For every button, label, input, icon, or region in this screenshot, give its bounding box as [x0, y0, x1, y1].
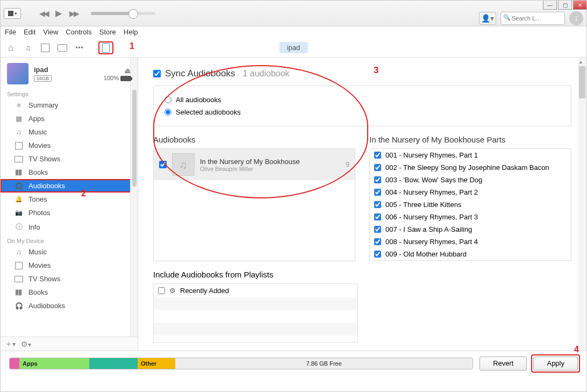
- sidebar-item-apps[interactable]: Apps: [1, 112, 138, 125]
- sidebar-section-settings: Settings: [1, 88, 138, 98]
- part-checkbox[interactable]: [374, 201, 381, 208]
- info-icon: [15, 222, 23, 232]
- menu-view[interactable]: View: [43, 28, 58, 36]
- sidebar-item-tv-shows[interactable]: TV Shows: [1, 152, 138, 166]
- library-music-icon[interactable]: [23, 43, 33, 53]
- menu-help[interactable]: Help: [124, 28, 138, 36]
- part-row[interactable]: 001 - Nursery Rhymes, Part 1: [370, 149, 571, 161]
- home-icon[interactable]: [6, 43, 16, 53]
- sidebar-item-tones[interactable]: Tones: [1, 193, 138, 206]
- sync-options: All audiobooks Selected audiobooks: [153, 85, 571, 126]
- sidebar-scrollbar[interactable]: [130, 58, 138, 351]
- revert-button[interactable]: Revert: [479, 357, 527, 370]
- sidebar-footer: ＋▾ ⚙▾: [1, 337, 138, 351]
- audiobooks-icon: [15, 182, 23, 190]
- prev-track-button[interactable]: [39, 9, 48, 18]
- radio-all-label: All audiobooks: [176, 96, 221, 104]
- menu-controls[interactable]: Controls: [66, 28, 91, 36]
- storage-segment-other: Other: [138, 358, 175, 369]
- part-row[interactable]: 003 - 'Bow, Wow' Says the Dog: [370, 174, 571, 186]
- part-row[interactable]: 006 - Nursery Rhymes, Part 3: [370, 211, 571, 223]
- ondevice-item-tv-shows[interactable]: TV Shows: [1, 272, 138, 286]
- volume-slider[interactable]: [91, 12, 155, 15]
- ondevice-item-movies[interactable]: Movies: [1, 259, 138, 272]
- part-checkbox[interactable]: [374, 251, 381, 258]
- sidebar-item-books[interactable]: Books: [1, 166, 138, 179]
- sync-audiobooks-checkbox[interactable]: [153, 70, 161, 77]
- ondevice-item-music[interactable]: Music: [1, 245, 138, 259]
- sidebar-item-label: TV Shows: [28, 275, 60, 283]
- ondevice-item-books[interactable]: Books: [1, 286, 138, 299]
- audiobook-track-count: 9: [346, 161, 349, 168]
- search-wrap: [500, 12, 565, 25]
- part-checkbox[interactable]: [374, 189, 381, 196]
- downloads-button[interactable]: ↓: [569, 11, 583, 25]
- sidebar-item-label: Audiobooks: [28, 302, 65, 310]
- library-tv-icon[interactable]: [58, 43, 67, 53]
- next-track-button[interactable]: [69, 9, 78, 18]
- sidebar-item-label: Music: [28, 128, 47, 136]
- audiobook-item[interactable]: ♫ In the Nursery of My Bookhouse Olive B…: [154, 149, 355, 180]
- part-row[interactable]: 007 - I Saw a Ship A-Sailing: [370, 223, 571, 236]
- sidebar-item-audiobooks[interactable]: Audiobooks: [1, 179, 138, 193]
- eject-icon[interactable]: [104, 66, 131, 75]
- part-checkbox[interactable]: [374, 226, 381, 233]
- add-button[interactable]: ＋▾: [5, 339, 16, 349]
- device-capacity: 16GB: [34, 75, 52, 82]
- settings-gear-icon[interactable]: ⚙▾: [21, 340, 31, 348]
- sidebar-item-summary[interactable]: Summary: [1, 98, 138, 112]
- part-label: 004 - Nursery Rhymes, Part 2: [385, 188, 478, 196]
- part-row[interactable]: 009 - Old Mother Hubbard: [370, 248, 571, 260]
- menu-file[interactable]: File: [5, 28, 16, 36]
- annotation-3: 3: [374, 65, 378, 76]
- part-label: 003 - 'Bow, Wow' Says the Dog: [385, 176, 482, 184]
- part-checkbox[interactable]: [374, 213, 381, 220]
- part-checkbox[interactable]: [374, 176, 381, 183]
- search-input[interactable]: [500, 12, 565, 25]
- sidebar-item-movies[interactable]: Movies: [1, 139, 138, 152]
- play-button[interactable]: [55, 8, 62, 18]
- audiobook-checkbox[interactable]: [159, 161, 167, 168]
- tones-icon: [15, 196, 23, 203]
- view-selector[interactable]: [4, 8, 21, 19]
- books-icon: [15, 290, 23, 295]
- summary-icon: [15, 101, 23, 109]
- menu-edit[interactable]: Edit: [24, 28, 35, 36]
- music-icon: [15, 248, 23, 256]
- part-label: 002 - The Sleepy Song by Josephine Daska…: [385, 163, 549, 172]
- account-button[interactable]: 👤▾: [479, 12, 496, 25]
- part-label: 007 - I Saw a Ship A-Sailing: [385, 225, 472, 233]
- library-more-icon[interactable]: [75, 43, 84, 53]
- apply-button[interactable]: Apply: [533, 357, 578, 370]
- ondevice-item-audiobooks[interactable]: Audiobooks: [1, 299, 138, 312]
- radio-selected-audiobooks[interactable]: [164, 109, 171, 116]
- battery-icon: [120, 76, 131, 81]
- part-row[interactable]: 005 - Three Little Kittens: [370, 198, 571, 211]
- device-button[interactable]: [98, 41, 113, 54]
- content-scrollbar[interactable]: [578, 58, 586, 351]
- part-checkbox[interactable]: [374, 152, 381, 159]
- part-row[interactable]: 008 - Nursery Rhymes, Part 4: [370, 236, 571, 248]
- titlebar: — ▢ ✕ 👤▾ ↓: [1, 1, 586, 26]
- library-movies-icon[interactable]: [40, 43, 50, 53]
- sidebar-item-info[interactable]: Info: [1, 219, 138, 234]
- sidebar-item-label: Movies: [28, 141, 51, 149]
- menu-store[interactable]: Store: [99, 28, 116, 36]
- radio-all-audiobooks[interactable]: [164, 96, 171, 103]
- sidebar-item-label: Apps: [28, 115, 45, 123]
- audiobooks-list: ♫ In the Nursery of My Bookhouse Olive B…: [153, 148, 355, 261]
- sidebar-item-photos[interactable]: Photos: [1, 206, 138, 219]
- playlist-row[interactable]: Recently Added: [154, 284, 357, 297]
- apps-icon: [15, 115, 23, 123]
- part-checkbox[interactable]: [374, 164, 381, 171]
- part-checkbox[interactable]: [374, 238, 381, 245]
- playlist-checkbox[interactable]: [158, 287, 165, 294]
- device-pill[interactable]: ipad: [280, 42, 308, 53]
- footer: Apps Other 7.86 GB Free Revert 4 Apply: [1, 351, 586, 375]
- tv-icon: [15, 156, 23, 162]
- sidebar-item-label: Audiobooks: [28, 182, 65, 190]
- part-row[interactable]: 002 - The Sleepy Song by Josephine Daska…: [370, 161, 571, 174]
- sidebar-item-music[interactable]: Music: [1, 125, 138, 139]
- part-label: 009 - Old Mother Hubbard: [385, 250, 467, 258]
- part-row[interactable]: 004 - Nursery Rhymes, Part 2: [370, 186, 571, 198]
